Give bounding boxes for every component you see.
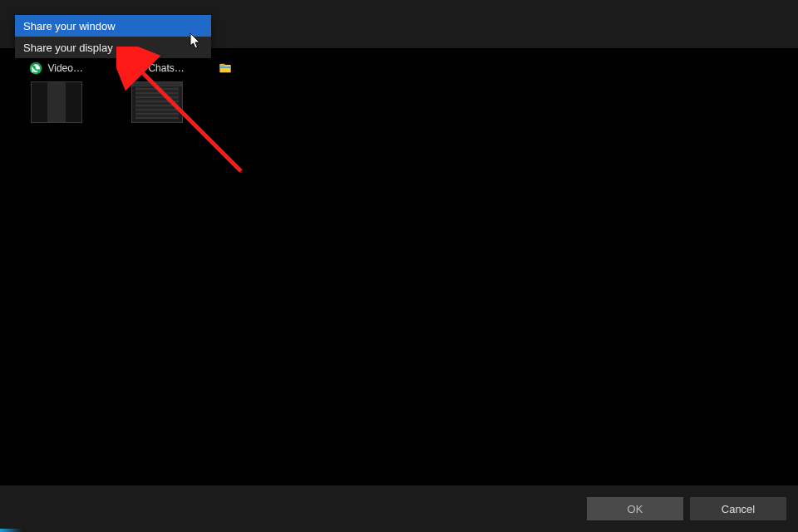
window-thumbnails-row: Video… Chats… — [17, 62, 233, 123]
window-thumbnail[interactable] — [31, 81, 82, 123]
window-item[interactable]: Chats… — [117, 62, 196, 123]
whatsapp-icon — [29, 62, 42, 75]
menu-item-share-window[interactable]: Share your window — [15, 15, 211, 37]
window-item-header: Video… — [29, 62, 82, 75]
svg-rect-3 — [220, 64, 225, 66]
whatsapp-icon — [130, 62, 143, 75]
menu-item-share-display[interactable]: Share your display — [15, 37, 211, 58]
button-label: OK — [628, 503, 643, 515]
window-item-header — [219, 62, 232, 75]
window-item-header: Chats… — [130, 62, 184, 75]
cancel-button[interactable]: Cancel — [690, 497, 786, 520]
ok-button[interactable]: OK — [587, 497, 683, 520]
file-explorer-icon — [219, 62, 232, 75]
window-item-label: Chats… — [148, 62, 184, 74]
menu-item-label: Share your display — [23, 42, 113, 54]
window-item[interactable]: Video… — [17, 62, 96, 123]
window-thumbnail[interactable] — [131, 81, 183, 123]
dialog-footer: OK Cancel — [0, 485, 798, 532]
share-menu: Share your window Share your display — [15, 15, 211, 58]
svg-rect-4 — [220, 66, 231, 68]
window-item-label: Video… — [47, 62, 82, 74]
taskbar-glow — [0, 529, 22, 532]
window-item[interactable] — [219, 62, 233, 123]
menu-item-label: Share your window — [23, 20, 116, 32]
button-label: Cancel — [722, 503, 755, 515]
